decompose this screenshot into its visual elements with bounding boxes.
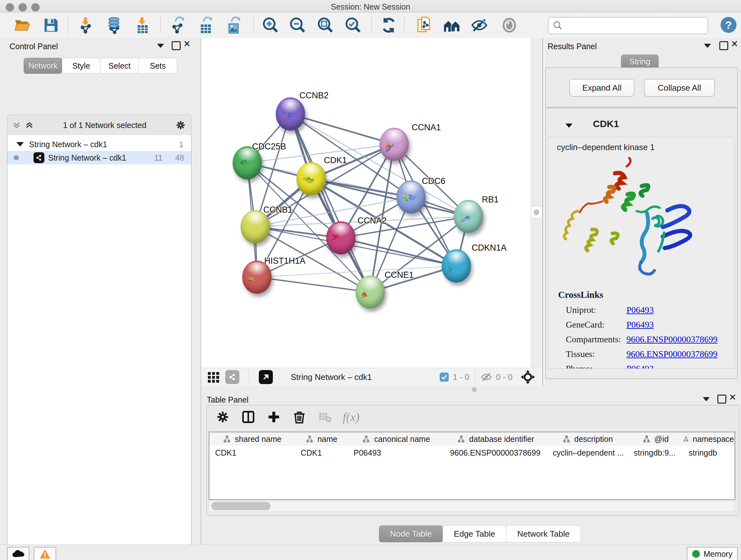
- table-cell[interactable]: stringdb: [683, 446, 734, 459]
- tab-network[interactable]: Network: [23, 58, 62, 74]
- column-header-namespace[interactable]: namespace: [683, 432, 734, 446]
- network-node-CCNE1[interactable]: [355, 275, 385, 309]
- toolbar-separator: [253, 17, 254, 33]
- first-neighbors-icon[interactable]: [415, 16, 433, 34]
- table-panel-float-icon[interactable]: [703, 397, 710, 401]
- add-column-icon[interactable]: [267, 410, 281, 424]
- crosslink-value-link[interactable]: P06493: [626, 320, 654, 330]
- results-panel-close-icon[interactable]: ✕: [731, 41, 738, 48]
- string-network-icon: [33, 152, 44, 163]
- save-session-icon[interactable]: [42, 16, 60, 34]
- cloud-status-button[interactable]: [7, 547, 29, 560]
- table-cell[interactable]: P06493: [348, 446, 444, 459]
- control-panel-close-icon[interactable]: ✕: [183, 41, 191, 48]
- grid-view-icon[interactable]: [206, 370, 221, 384]
- table-hscrollbar[interactable]: [209, 501, 734, 511]
- column-header-shared-name[interactable]: shared name: [209, 432, 295, 446]
- search-input[interactable]: [566, 21, 708, 30]
- hidden-eye-icon[interactable]: [480, 371, 493, 383]
- tab-style[interactable]: Style: [62, 58, 100, 74]
- network-node-CCNB1[interactable]: [241, 210, 270, 243]
- results-panel-float-icon[interactable]: [704, 44, 711, 48]
- control-panel-maximize-icon[interactable]: [172, 41, 181, 50]
- zoom-fit-icon[interactable]: [317, 16, 334, 34]
- crosslink-value-link[interactable]: P06493: [626, 305, 654, 315]
- table-cell[interactable]: CDK1: [209, 446, 295, 459]
- warnings-button[interactable]: [34, 547, 56, 560]
- network-edge-CCNB2-CCNA1[interactable]: [290, 114, 394, 144]
- crosslink-value-link[interactable]: 9606.ENSP00000378699: [626, 334, 718, 345]
- table-panel-maximize-icon[interactable]: [718, 395, 726, 403]
- network-node-RB1[interactable]: [454, 200, 483, 233]
- control-panel-title: Control Panel: [10, 42, 58, 51]
- table-options-gear-icon[interactable]: [216, 410, 230, 424]
- table-cell[interactable]: stringdb:9...: [628, 446, 683, 459]
- tab-network-table[interactable]: Network Table: [506, 525, 581, 543]
- table-splitter-handle[interactable]: [472, 387, 477, 392]
- zoom-selected-icon[interactable]: [344, 16, 362, 34]
- crosslink-value-link[interactable]: P06493: [626, 364, 654, 369]
- column-header-canonical-name[interactable]: canonical name: [348, 432, 445, 446]
- table-cell[interactable]: 9606.ENSP00000378699: [444, 446, 547, 459]
- expand-all-button[interactable]: Expand All: [569, 79, 634, 97]
- show-columns-icon[interactable]: [241, 410, 255, 424]
- network-node-CCNA2[interactable]: [326, 221, 355, 254]
- toolbar-search[interactable]: [548, 17, 708, 34]
- help-button[interactable]: ?: [721, 17, 737, 33]
- collapse-all-button[interactable]: Collapse All: [644, 79, 715, 97]
- expand-all-icon[interactable]: [24, 120, 34, 130]
- zoom-out-icon[interactable]: [289, 16, 307, 34]
- table-hscrollbar-thumb[interactable]: [211, 502, 271, 510]
- tree-column-icon: [306, 435, 314, 443]
- zoom-in-icon[interactable]: [262, 16, 280, 34]
- results-splitter-handle[interactable]: [531, 206, 542, 218]
- tab-edge-table[interactable]: Edge Table: [443, 525, 507, 543]
- tab-string[interactable]: String: [621, 55, 659, 69]
- network-node-CDC6[interactable]: [396, 180, 426, 213]
- column-header-description[interactable]: description: [547, 432, 628, 446]
- memory-button[interactable]: Memory: [687, 547, 738, 560]
- show-graphics-details-icon[interactable]: [443, 16, 461, 34]
- fit-crosshair-icon[interactable]: [520, 369, 536, 385]
- network-edge-HIST1H1A-CCNE1[interactable]: [257, 277, 370, 292]
- open-session-icon[interactable]: [13, 16, 31, 34]
- tab-sets[interactable]: Sets: [138, 58, 177, 74]
- delete-column-icon[interactable]: [292, 410, 307, 424]
- selected-checkbox-icon[interactable]: [439, 372, 450, 382]
- network-node-CCNA1[interactable]: [380, 128, 409, 161]
- column-header--id[interactable]: @id: [628, 432, 683, 446]
- birdseye-view-icon[interactable]: [225, 370, 239, 384]
- export-table-icon[interactable]: [197, 16, 215, 34]
- node-attribute-table[interactable]: shared namenamecanonical namedatabase id…: [209, 432, 735, 500]
- export-image-icon[interactable]: [225, 16, 243, 34]
- table-cell[interactable]: CDK1: [295, 446, 348, 459]
- network-node-CDK1[interactable]: [296, 162, 326, 195]
- hide-selected-icon[interactable]: [470, 16, 488, 34]
- import-network-database-icon[interactable]: [105, 16, 123, 34]
- import-table-file-icon[interactable]: [134, 16, 151, 34]
- network-row-selected[interactable]: String Network – cdk1 11 48: [7, 151, 191, 165]
- tab-select[interactable]: Select: [100, 58, 139, 74]
- column-header-name[interactable]: name: [295, 432, 348, 446]
- network-options-gear-icon[interactable]: [175, 120, 186, 131]
- crosslink-value-link[interactable]: 9606.ENSP00000378699: [626, 349, 718, 359]
- column-header-database-identifier[interactable]: database identifier: [444, 432, 547, 446]
- collapse-all-icon[interactable]: [12, 120, 21, 130]
- network-node-CCNB2[interactable]: [276, 98, 305, 131]
- network-edge-CCNA2-CDKN1A[interactable]: [341, 238, 456, 266]
- tree-expand-triangle-icon[interactable]: [16, 142, 24, 146]
- export-network-icon[interactable]: [169, 16, 187, 34]
- tab-node-table[interactable]: Node Table: [379, 525, 443, 543]
- refresh-network-icon[interactable]: [380, 16, 398, 34]
- table-panel-close-icon[interactable]: ✕: [729, 394, 736, 401]
- network-collection-row[interactable]: String Network – cdk1 1: [7, 138, 191, 151]
- tree-column-icon: [457, 435, 465, 443]
- import-network-file-icon[interactable]: [77, 16, 95, 34]
- table-cell[interactable]: cyclin–dependent ...: [547, 446, 628, 459]
- hidden-count: 0 - 0: [496, 372, 513, 382]
- detach-view-icon[interactable]: [259, 370, 273, 384]
- network-node-CDKN1A[interactable]: [442, 249, 471, 283]
- results-panel-maximize-icon[interactable]: [719, 41, 728, 50]
- gene-collapse-triangle-icon[interactable]: [565, 124, 572, 128]
- control-panel-float-icon[interactable]: [157, 44, 164, 48]
